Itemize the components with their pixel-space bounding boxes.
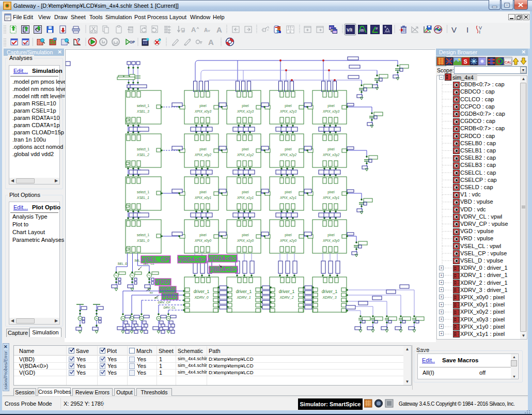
svg-text:V(RD): V(RD) (155, 279, 171, 285)
svg-text:XPIX_x2y3: XPIX_x2y3 (279, 110, 297, 114)
svg-text:pixel: pixel (285, 190, 292, 194)
svg-text:?: ? (77, 38, 80, 43)
svg-text:XPIX_x0y0: XPIX_x0y0 (194, 239, 212, 243)
svg-text:pixel: pixel (327, 147, 335, 151)
svg-text:OP: OP (130, 40, 135, 44)
svg-text:A: A (208, 38, 214, 47)
svg-text:V(RDA<0>): V(RDA<0>) (177, 256, 207, 263)
svg-text:driver_1: driver_1 (279, 289, 295, 294)
svg-text:select_1: select_1 (137, 190, 150, 194)
svg-text:select_1: select_1 (137, 104, 150, 108)
svg-text:XSEL_3: XSEL_3 (136, 110, 149, 113)
svg-text:ao: ao (154, 296, 158, 299)
svg-text:XDRV_2: XDRV_2 (279, 296, 293, 299)
svg-text:XPIX_x1y3: XPIX_x1y3 (237, 110, 254, 114)
svg-text:pixel: pixel (199, 233, 207, 237)
svg-text:V(GD): V(GD) (160, 286, 176, 293)
svg-text:so: so (150, 291, 153, 294)
svg-text:SEL_: SEL_ (134, 259, 141, 262)
svg-text:XSEL_1: XSEL_1 (136, 196, 149, 199)
svg-text:pixel: pixel (327, 190, 335, 194)
svg-text:S: S (464, 58, 467, 65)
svg-text:V/I: V/I (347, 27, 352, 33)
svg-text:XSEL_0: XSEL_0 (136, 239, 149, 242)
svg-text:driver_1: driver_1 (194, 289, 210, 294)
svg-text:XPIX_x2y1: XPIX_x2y1 (279, 196, 297, 200)
svg-text:pixel: pixel (199, 147, 207, 151)
svg-text:driver_1: driver_1 (236, 289, 252, 294)
svg-text:A: A (216, 25, 222, 34)
svg-text:W: W (181, 29, 185, 33)
svg-text:XPIX_x2y2: XPIX_x2y2 (279, 153, 297, 157)
svg-text:V(BDA<0>): V(BDA<0>) (209, 266, 239, 272)
svg-text:V(SEL_CP): V(SEL_CP) (141, 256, 171, 263)
svg-text:DRV_CP: DRV_CP (158, 301, 170, 304)
svg-text:db: db (360, 28, 364, 32)
svg-text:XPIX_x3y0: XPIX_x3y0 (322, 239, 340, 243)
svg-text:driver_1: driver_1 (322, 289, 338, 294)
svg-text:SEL_D: SEL_D (117, 262, 128, 265)
svg-text:V(BD): V(BD) (162, 293, 178, 299)
svg-text:pixel: pixel (199, 104, 207, 108)
svg-text:XPIX_x0y2: XPIX_x0y2 (194, 153, 212, 157)
svg-text:A: A (191, 26, 196, 34)
svg-text:XPIX_x3y3: XPIX_x3y3 (322, 110, 340, 114)
svg-text:XDRV_0: XDRV_0 (194, 296, 208, 299)
svg-text:pixel: pixel (285, 233, 292, 237)
svg-text:select_1: select_1 (137, 147, 150, 151)
svg-text:pixel: pixel (327, 233, 335, 237)
svg-text:pixel: pixel (199, 190, 207, 194)
svg-text:V(GDA<0>): V(GDA<0>) (208, 255, 238, 262)
svg-text:XPIX_x3y1: XPIX_x3y1 (322, 196, 340, 200)
svg-text:V: V (451, 25, 457, 34)
svg-text:XPIX_x1y0: XPIX_x1y0 (237, 239, 254, 243)
svg-text:XPIX_x2y0: XPIX_x2y0 (279, 239, 297, 243)
svg-text:XPIX_x0y1: XPIX_x0y1 (194, 196, 212, 200)
svg-text:pixel: pixel (242, 233, 249, 237)
svg-text:XPIX_x1y2: XPIX_x1y2 (237, 153, 254, 157)
svg-text:ø: ø (375, 26, 378, 30)
svg-text:pixel: pixel (242, 104, 249, 108)
svg-text:XPIX_x0y3: XPIX_x0y3 (194, 110, 212, 114)
svg-text:XPIX_x1y1: XPIX_x1y1 (237, 196, 254, 200)
svg-text:XDRV_3: XDRV_3 (322, 296, 336, 299)
svg-text:I: I (466, 25, 468, 34)
svg-text:I: I (479, 29, 481, 35)
svg-text:XPIX_x3y2: XPIX_x3y2 (322, 153, 340, 157)
svg-text:XSEL_2: XSEL_2 (136, 153, 149, 157)
svg-text:pixel: pixel (242, 147, 249, 151)
svg-text:CAL: CAL (505, 60, 511, 64)
svg-text:pixel: pixel (285, 147, 292, 151)
svg-text:select_1: select_1 (137, 233, 150, 237)
svg-text:pixel: pixel (327, 104, 335, 108)
svg-text:pixel: pixel (285, 104, 292, 108)
svg-text:XDRV_1: XDRV_1 (236, 296, 251, 299)
svg-text:pixel: pixel (242, 190, 249, 194)
svg-text:DRV_CL: DRV_CL (163, 306, 176, 309)
svg-text:A: A (204, 27, 208, 33)
